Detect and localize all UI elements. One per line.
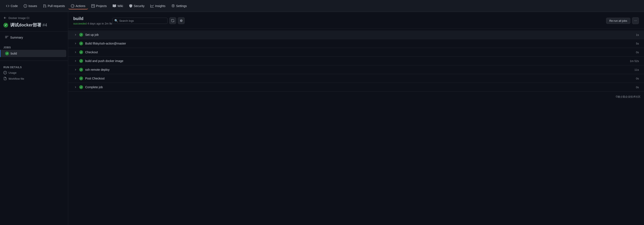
main-layout: Docker Image CI ✓ 调试docker部署 #4 Summary … [0, 12, 644, 225]
nav-issues-label: Issues [28, 4, 37, 8]
step-row[interactable]: ✓ Build fifsky/ssh-action@master 5s [68, 39, 644, 48]
nav-security[interactable]: Security [126, 2, 147, 10]
step-success-icon: ✓ [79, 85, 83, 89]
nav-settings[interactable]: Settings [169, 2, 190, 10]
step-chevron [73, 76, 78, 80]
sidebar-job-build[interactable]: ✓ build [0, 50, 66, 57]
settings-icon [172, 4, 175, 8]
step-chevron [73, 41, 78, 46]
run-details-section: Run details Usage Workflow file [0, 60, 68, 82]
step-success-icon: ✓ [79, 50, 83, 54]
settings-gear-button[interactable] [178, 17, 185, 24]
nav-wiki-label: Wiki [117, 4, 123, 8]
job-title: build [73, 16, 112, 21]
refresh-icon [171, 19, 174, 22]
nav-actions-label: Actions [76, 4, 86, 8]
nav-security-label: Security [134, 4, 144, 8]
step-name: Checkout [85, 50, 636, 54]
nav-actions[interactable]: Actions [68, 2, 88, 10]
nav-insights[interactable]: Insights [148, 2, 168, 10]
top-navigation: Code Issues Pull requests Actions Projec… [0, 0, 644, 12]
job-success-icon: ✓ [5, 52, 9, 56]
step-duration: 11s [634, 68, 639, 72]
step-row[interactable]: ✓ Set up job 1s [68, 30, 644, 39]
run-success-icon: ✓ [4, 23, 8, 28]
step-row[interactable]: ✓ Checkout 0s [68, 48, 644, 57]
step-success-icon: ✓ [79, 76, 83, 80]
nav-code[interactable]: Code [4, 2, 20, 10]
nav-pull-requests-label: Pull requests [48, 4, 65, 8]
step-row[interactable]: ✓ Complete job 0s [68, 83, 644, 92]
jobs-section-header: Jobs [0, 44, 68, 50]
nav-pull-requests[interactable]: Pull requests [40, 2, 68, 10]
sidebar-job-build-label: build [11, 52, 17, 55]
sidebar: Docker Image CI ✓ 调试docker部署 #4 Summary … [0, 12, 68, 225]
step-row[interactable]: ✓ ssh remote deploy 11s [68, 66, 644, 74]
sidebar-workflow-file[interactable]: Workflow file [0, 76, 68, 82]
step-chevron [73, 50, 78, 54]
back-arrow-icon [4, 16, 7, 20]
gear-icon [180, 19, 183, 22]
step-duration: 0s [636, 86, 639, 89]
sidebar-summary-label: Summary [10, 36, 23, 39]
job-actions: 🔍 [112, 17, 185, 24]
content-area: build succeeded 4 days ago in 2m 9s 🔍 [68, 12, 644, 225]
actions-icon [71, 4, 74, 8]
run-title-section: ✓ 调试docker部署 #4 [0, 22, 68, 32]
step-duration: 0s [636, 51, 639, 54]
step-success-icon: ✓ [79, 59, 83, 63]
step-success-icon: ✓ [79, 33, 83, 37]
step-success-icon: ✓ [79, 42, 83, 46]
run-details-header: Run details [0, 64, 68, 70]
workflow-file-icon [4, 77, 7, 80]
nav-projects-label: Projects [96, 4, 107, 8]
step-name: Build fifsky/ssh-action@master [85, 42, 636, 45]
issues-icon [24, 4, 27, 8]
sidebar-workflow-file-label: Workflow file [8, 77, 24, 80]
step-duration: 1m 52s [630, 60, 639, 63]
nav-wiki[interactable]: Wiki [110, 2, 126, 10]
sidebar-usage[interactable]: Usage [0, 70, 68, 76]
back-link[interactable]: Docker Image CI [0, 15, 68, 22]
refresh-button[interactable] [169, 17, 176, 24]
step-chevron [73, 85, 78, 89]
steps-list: ✓ Set up job 1s ✓ Build fifsky/ssh-actio… [68, 29, 644, 93]
security-icon [129, 4, 132, 8]
more-options-button[interactable]: ··· [632, 17, 639, 24]
step-name: ssh remote deploy [85, 68, 634, 72]
step-success-icon: ✓ [79, 68, 83, 72]
sidebar-summary[interactable]: Summary [2, 34, 66, 41]
pull-request-icon [43, 4, 46, 8]
nav-settings-label: Settings [176, 4, 187, 8]
step-name: build and push docker image [85, 59, 630, 63]
re-run-label: Re-run all jobs [609, 19, 627, 22]
step-name: Complete job [85, 86, 636, 89]
search-input-wrapper: 🔍 [112, 18, 168, 24]
nav-issues[interactable]: Issues [21, 2, 40, 10]
step-name: Post Checkout [85, 77, 636, 80]
step-duration: 0s [636, 77, 639, 80]
step-row[interactable]: ✓ build and push docker image 1m 52s [68, 57, 644, 66]
footer-text: ©杨士聪企业技术社区 [616, 95, 640, 98]
top-right-actions: Re-run all jobs ··· [606, 17, 639, 24]
step-row[interactable]: ✓ Post Checkout 0s [68, 74, 644, 83]
back-link-label: Docker Image CI [8, 16, 30, 20]
sidebar-usage-label: Usage [8, 71, 16, 74]
step-name: Set up job [85, 33, 636, 36]
step-duration: 5s [636, 42, 639, 45]
code-icon [6, 4, 9, 8]
search-input[interactable] [112, 18, 168, 24]
step-duration: 1s [636, 33, 639, 36]
nav-insights-label: Insights [155, 4, 165, 8]
step-chevron [73, 32, 78, 37]
nav-projects[interactable]: Projects [89, 2, 110, 10]
projects-icon [91, 4, 95, 8]
nav-code-label: Code [11, 4, 18, 8]
wiki-icon [113, 4, 116, 8]
usage-icon [4, 71, 7, 74]
run-number: #4 [42, 22, 47, 27]
re-run-button[interactable]: Re-run all jobs [606, 18, 630, 24]
job-status-succeeded: succeeded [73, 22, 87, 25]
footer: ©杨士聪企业技术社区 [68, 93, 644, 100]
job-status-time: 4 days ago in 2m 9s [88, 22, 112, 25]
